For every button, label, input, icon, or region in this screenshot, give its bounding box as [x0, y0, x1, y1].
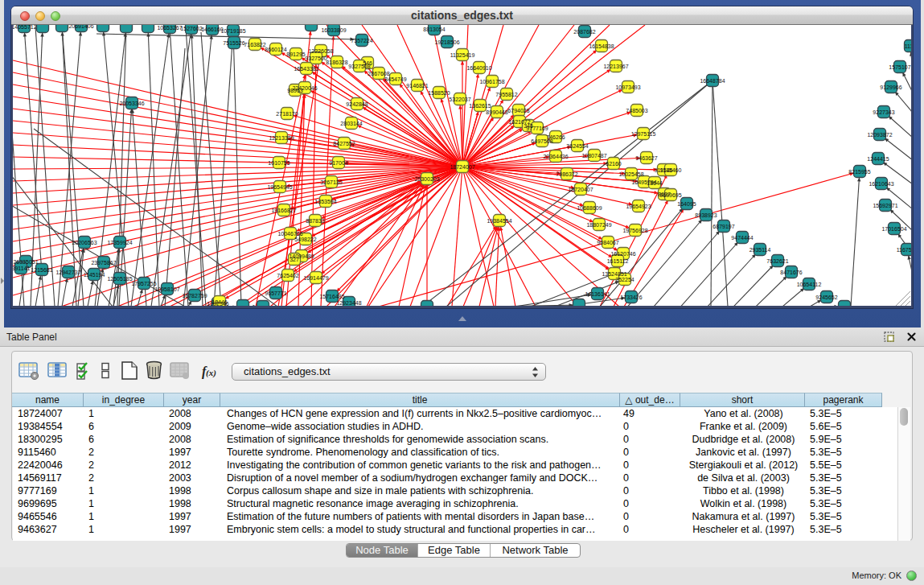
svg-text:1112: 1112	[905, 43, 911, 49]
svg-text:10973493: 10973493	[615, 84, 640, 90]
svg-text:19218506: 19218506	[434, 39, 459, 45]
svg-text:6497568: 6497568	[531, 138, 552, 144]
svg-text:11325419: 11325419	[450, 52, 475, 58]
svg-text:5322037: 5322037	[449, 97, 470, 102]
svg-text:17957255: 17957255	[131, 281, 156, 286]
svg-text:2935114: 2935114	[749, 247, 771, 253]
svg-text:15716485: 15716485	[319, 294, 344, 299]
svg-text:7163822: 7163822	[244, 42, 265, 47]
svg-text:18724007: 18724007	[450, 164, 474, 170]
svg-text:12093872: 12093872	[867, 132, 892, 138]
svg-text:6794028: 6794028	[507, 108, 529, 113]
svg-text:16033809: 16033809	[321, 27, 346, 33]
svg-text:7955812: 7955812	[495, 92, 517, 97]
svg-text:12505185: 12505185	[107, 276, 132, 282]
svg-text:19756928: 19756928	[622, 228, 647, 233]
svg-text:20206563: 20206563	[72, 240, 97, 245]
svg-text:3267130: 3267130	[320, 179, 342, 185]
svg-text:16648784: 16648784	[700, 78, 725, 84]
svg-text:23975867: 23975867	[91, 260, 116, 266]
svg-text:1167534: 1167534	[897, 247, 911, 253]
svg-text:18644: 18644	[647, 180, 663, 186]
svg-text:16640910: 16640910	[466, 65, 491, 71]
svg-text:20691406: 20691406	[68, 25, 93, 29]
svg-text:10688609: 10688609	[577, 205, 602, 211]
svg-text:1215681: 1215681	[31, 267, 52, 273]
svg-text:1145194: 1145194	[84, 272, 105, 278]
svg-text:8454749: 8454749	[384, 76, 406, 82]
svg-text:20053346: 20053346	[119, 101, 144, 106]
svg-text:9084067: 9084067	[597, 240, 618, 245]
svg-text:2803144: 2803144	[340, 121, 362, 126]
svg-text:7357224: 7357224	[351, 38, 372, 43]
svg-text:8471676: 8471676	[780, 270, 802, 275]
svg-text:16154838: 16154838	[589, 43, 614, 49]
svg-text:10719185: 10719185	[220, 28, 245, 34]
svg-text:9777169: 9777169	[526, 126, 548, 131]
svg-text:10653267: 10653267	[157, 25, 182, 31]
svg-text:9657771: 9657771	[265, 290, 286, 296]
svg-text:12923448: 12923448	[336, 300, 361, 306]
svg-text:16210643: 16210643	[869, 181, 893, 187]
svg-text:891295: 891295	[286, 51, 305, 57]
svg-text:1733426: 1733426	[620, 295, 642, 300]
svg-text:15692971: 15692971	[873, 203, 897, 208]
svg-text:7625402: 7625402	[277, 273, 298, 278]
svg-text:13524851: 13524851	[602, 271, 626, 277]
svg-text:917004: 917004	[329, 160, 347, 166]
svg-text:3624554: 3624554	[566, 143, 588, 149]
svg-text:8427552: 8427552	[333, 141, 355, 146]
svg-text:19384554: 19384554	[487, 218, 511, 224]
svg-text:887833: 887833	[306, 218, 324, 224]
svg-text:10961758: 10961758	[479, 79, 504, 84]
svg-text:9146821: 9146821	[406, 83, 428, 89]
svg-text:7485003: 7485003	[626, 108, 647, 113]
svg-text:18446: 18446	[211, 299, 228, 305]
svg-text:9227343: 9227343	[873, 109, 894, 115]
svg-text:9245652: 9245652	[815, 295, 837, 300]
svg-text:19654923: 19654923	[626, 204, 651, 209]
svg-text:10025458: 10025458	[618, 171, 643, 177]
svg-text:9115460: 9115460	[660, 167, 682, 173]
svg-text:8215955: 8215955	[848, 169, 870, 175]
svg-text:2867608: 2867608	[368, 71, 389, 76]
svg-text:327: 327	[290, 257, 299, 262]
svg-text:19166827: 19166827	[271, 208, 296, 213]
svg-text:26335051: 26335051	[13, 259, 38, 265]
svg-text:10654112: 10654112	[797, 282, 822, 287]
svg-text:2087682: 2087682	[573, 29, 595, 35]
svg-text:10046766: 10046766	[277, 231, 302, 237]
svg-text:1244415: 1244415	[867, 156, 889, 162]
svg-text:1362615: 1362615	[469, 103, 491, 109]
svg-text:6879197: 6879197	[713, 224, 734, 229]
svg-text:14136141: 14136141	[585, 291, 610, 297]
svg-text:16782759: 16782759	[182, 293, 207, 299]
svg-text:25300203: 25300203	[414, 176, 439, 182]
svg-text:1353594: 1353594	[314, 199, 336, 204]
svg-text:9327500: 9327500	[305, 56, 326, 61]
svg-text:5498222: 5498222	[294, 237, 316, 242]
svg-text:(x): (x)	[206, 368, 216, 378]
svg-text:12226058: 12226058	[308, 48, 333, 54]
svg-text:9699695: 9699695	[659, 192, 681, 198]
svg-text:8660124: 8660124	[265, 47, 286, 52]
svg-text:10807487: 10807487	[581, 153, 606, 159]
svg-text:19654945: 19654945	[267, 184, 292, 190]
svg-text:391141: 391141	[13, 266, 31, 271]
svg-text:12213967: 12213967	[603, 64, 628, 69]
svg-text:8813054: 8813054	[423, 27, 445, 32]
svg-text:9129966: 9129966	[880, 84, 901, 90]
svg-text:9474444: 9474444	[731, 235, 753, 241]
svg-text:7515526: 7515526	[223, 40, 244, 46]
svg-text:12942737: 12942737	[55, 270, 80, 275]
svg-text:15720407: 15720407	[568, 187, 593, 192]
svg-text:14055712: 14055712	[13, 25, 37, 30]
svg-text:8938923: 8938923	[695, 212, 717, 218]
svg-text:17016504: 17016504	[881, 226, 906, 232]
svg-text:1527602: 1527602	[180, 26, 202, 31]
svg-text:22420046: 22420046	[292, 85, 317, 91]
svg-text:252254: 252254	[615, 277, 634, 282]
svg-text:9463627: 9463627	[635, 155, 657, 161]
svg-text:2718170: 2718170	[276, 111, 298, 117]
svg-text:20364436: 20364436	[543, 154, 568, 159]
